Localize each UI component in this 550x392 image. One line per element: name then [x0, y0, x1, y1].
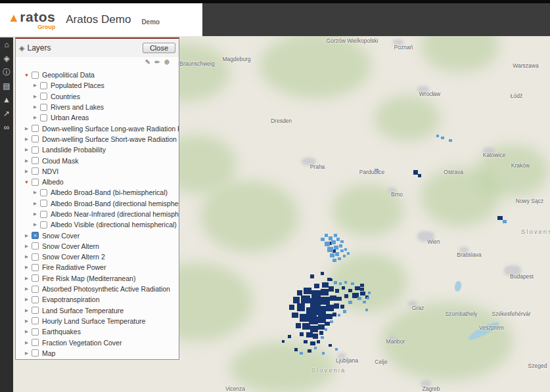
edit-icon[interactable]: ✏ [154, 58, 160, 66]
layer-row[interactable]: ▶Albedo Visible (directional hemispheric… [16, 219, 179, 230]
expand-arrow-icon[interactable]: ▶ [32, 115, 38, 120]
layer-checkbox[interactable] [32, 242, 39, 250]
snow-cover-pixel [336, 238, 340, 241]
snow-cover-pixel [326, 305, 334, 311]
expand-arrow-icon[interactable]: ▶ [24, 244, 30, 249]
layer-row[interactable]: ▶Albedo Broad-Band (directional hemisphe… [16, 198, 179, 209]
expand-arrow-icon[interactable]: ▶ [24, 126, 30, 131]
layer-checkbox[interactable] [32, 146, 39, 154]
expand-arrow-icon[interactable]: ▶ [24, 297, 30, 302]
layer-checkbox[interactable] [32, 72, 39, 79]
expand-arrow-icon[interactable]: ▶ [32, 190, 38, 195]
layer-checkbox[interactable] [32, 125, 39, 132]
expand-arrow-icon[interactable]: ▶ [24, 169, 30, 174]
chart-icon[interactable]: ▲ [1, 95, 12, 104]
layer-checkbox[interactable] [32, 264, 39, 271]
layer-row[interactable]: ▶Down-welling Surface Long-wave Radiatio… [16, 123, 179, 133]
zoom-in-icon[interactable]: ⊕ [164, 58, 170, 66]
layer-checkbox[interactable] [32, 349, 39, 357]
layer-checkbox[interactable]: × [32, 232, 39, 239]
layer-row[interactable]: ▶Fire Radiative Power [16, 262, 179, 272]
layer-label: Hourly Land Surface Temperature [42, 317, 145, 325]
layers-icon[interactable]: ◈ [1, 54, 12, 63]
layer-row[interactable]: ▶Land Surface Temperature [16, 305, 179, 316]
collapse-arrow-icon[interactable]: ▼ [24, 72, 30, 78]
layer-row[interactable]: ▶Fire Risk Map (Mediterranean) [16, 273, 179, 284]
layer-row[interactable]: ▶Rivers and Lakes [16, 102, 179, 112]
layer-row[interactable]: ▼Albedo [16, 177, 179, 187]
layer-checkbox[interactable] [32, 307, 39, 314]
layer-checkbox[interactable] [40, 189, 47, 196]
layer-checkbox[interactable] [40, 200, 47, 207]
expand-arrow-icon[interactable]: ▶ [32, 222, 38, 227]
layer-checkbox[interactable] [32, 286, 39, 293]
print-icon[interactable]: ▤ [1, 81, 12, 91]
expand-arrow-icon[interactable]: ▶ [24, 137, 30, 142]
layer-row[interactable]: ▶Populated Places [16, 80, 179, 91]
layer-checkbox[interactable] [32, 179, 39, 186]
layer-row[interactable]: ▶Countries [16, 91, 179, 102]
expand-arrow-icon[interactable]: ▶ [24, 147, 30, 152]
expand-arrow-icon[interactable]: ▶ [24, 265, 30, 270]
close-button[interactable]: Close [143, 43, 175, 53]
demo-link[interactable]: Demo [141, 18, 160, 26]
expand-arrow-icon[interactable]: ▶ [24, 158, 30, 163]
share-icon[interactable]: ↗ [1, 109, 12, 118]
layer-row[interactable]: ▶NDVI [16, 166, 179, 177]
layer-checkbox[interactable] [40, 114, 47, 121]
expand-arrow-icon[interactable]: ▶ [24, 308, 30, 313]
layer-row[interactable]: ▶Fraction Vegetation Cover [16, 337, 179, 347]
draw-icon[interactable]: ✎ [145, 58, 150, 66]
layer-checkbox[interactable] [32, 253, 39, 261]
layer-checkbox[interactable] [40, 104, 47, 111]
layer-checkbox[interactable] [40, 93, 47, 100]
layer-row[interactable]: ▶Urban Areas [16, 112, 179, 123]
collapse-arrow-icon[interactable]: ▼ [24, 179, 30, 185]
snow-cover-pixel [329, 286, 334, 292]
expand-arrow-icon[interactable]: ▶ [32, 94, 38, 99]
layer-row[interactable]: ▶×Snow Cover [16, 230, 179, 240]
layer-row[interactable]: ▶Absorbed Photosynthetic Active Radiatio… [16, 284, 179, 294]
layer-checkbox[interactable] [40, 211, 47, 218]
snow-cover-pixel [327, 247, 333, 252]
info-icon[interactable]: ⓘ [1, 68, 12, 77]
layer-row[interactable]: ▶Snow Cover Altern 2 [16, 251, 179, 262]
expand-arrow-icon[interactable]: ▶ [24, 351, 30, 356]
expand-arrow-icon[interactable]: ▶ [32, 83, 38, 88]
layer-row[interactable]: ▶Snow Cover Altern [16, 241, 179, 251]
layer-checkbox[interactable] [32, 339, 39, 346]
layer-row[interactable]: ▼Geopolitical Data [16, 70, 179, 80]
layer-row[interactable]: ▶Cloud Mask [16, 155, 179, 165]
expand-arrow-icon[interactable]: ▶ [24, 233, 30, 238]
layer-row[interactable]: ▶Map [16, 348, 179, 359]
link-icon[interactable]: ∞ [1, 123, 12, 132]
layer-checkbox[interactable] [32, 328, 39, 336]
layer-row[interactable]: ▶Hourly Land Surface Temperature [16, 316, 179, 326]
expand-arrow-icon[interactable]: ▶ [32, 201, 38, 206]
expand-arrow-icon[interactable]: ▶ [24, 318, 30, 324]
layer-checkbox[interactable] [32, 296, 39, 303]
layer-row[interactable]: ▶Evapotranspiration [16, 294, 179, 305]
expand-arrow-icon[interactable]: ▶ [24, 329, 30, 334]
home-icon[interactable]: ⌂ [1, 40, 12, 49]
layer-checkbox[interactable] [32, 157, 39, 164]
expand-arrow-icon[interactable]: ▶ [24, 286, 30, 292]
layer-row[interactable]: ▶Albedo Near-Infrared (directional hemis… [16, 209, 179, 219]
layer-checkbox[interactable] [32, 317, 39, 324]
layer-row[interactable]: ▶Earthquakes [16, 326, 179, 337]
expand-arrow-icon[interactable]: ▶ [24, 254, 30, 259]
expand-arrow-icon[interactable]: ▶ [32, 211, 38, 217]
layer-checkbox[interactable] [40, 82, 47, 89]
snow-cover-pixel [310, 274, 314, 278]
layer-checkbox[interactable] [40, 221, 47, 229]
expand-arrow-icon[interactable]: ▶ [24, 276, 30, 281]
layer-row[interactable]: ▶Albedo Broad-Band (bi-hemispherical) [16, 187, 179, 198]
layer-row[interactable]: ▶Landslide Probability [16, 144, 179, 155]
layer-row[interactable]: ▶Down-welling Surface Short-wave Radiati… [16, 134, 179, 144]
layer-checkbox[interactable] [32, 167, 39, 175]
expand-arrow-icon[interactable]: ▶ [24, 340, 30, 345]
aratos-logo[interactable]: ▲ratos Group [8, 10, 55, 30]
layer-checkbox[interactable] [32, 274, 39, 282]
layer-checkbox[interactable] [32, 135, 39, 142]
expand-arrow-icon[interactable]: ▶ [32, 104, 38, 110]
